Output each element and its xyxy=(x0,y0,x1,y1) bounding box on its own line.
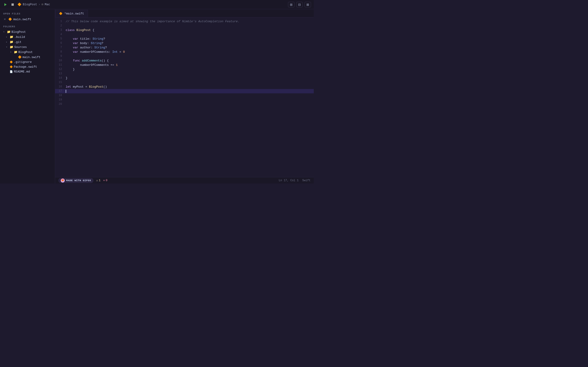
tree-item-label: BlogPost xyxy=(11,30,26,34)
code-content: } xyxy=(65,67,314,72)
svg-rect-1 xyxy=(11,3,14,6)
code-editor[interactable]: 1 // This below code example is aimed at… xyxy=(55,17,314,177)
code-content: var author: String? xyxy=(65,45,314,50)
code-content xyxy=(65,102,314,106)
folder-open-icon: 📁 xyxy=(10,45,13,49)
code-line: 5 var title: String? xyxy=(55,37,314,41)
gitignore-file-icon: 🔶 xyxy=(10,60,13,64)
code-line: 8 var numberOfComments: Int = 0 xyxy=(55,50,314,54)
code-content: } xyxy=(65,76,314,80)
line-number: 8 xyxy=(55,50,65,54)
line-number: 12 xyxy=(55,67,65,72)
chevron-down-icon: ▾ xyxy=(6,46,9,48)
titlebar: 🔶 BlogPost › ⊡ Mac ⊞ ⊟ ⊠ xyxy=(0,0,314,9)
tree-item-sources[interactable]: ▾ 📁 Sources xyxy=(0,44,55,50)
tree-item-sources-blogpost[interactable]: ▾ 📁 BlogPost xyxy=(0,50,55,55)
layout-btn-2[interactable]: ⊟ xyxy=(296,2,303,7)
layout-btn-1[interactable]: ⊞ xyxy=(288,2,294,7)
tree-item-blogpost-root[interactable]: ▾ 📁 BlogPost xyxy=(0,29,55,34)
code-line: 18 xyxy=(55,93,314,98)
layout-btn-3[interactable]: ⊠ xyxy=(304,2,311,7)
line-number: 5 xyxy=(55,37,65,41)
code-content xyxy=(65,54,314,58)
code-content: numberOfComments += 1 xyxy=(65,63,314,67)
warning-icon: ⚠ xyxy=(96,179,98,182)
line-number: 16 xyxy=(55,85,65,89)
titlebar-left: 🔶 BlogPost › ⊡ Mac xyxy=(3,2,50,7)
folder-open-icon: 📁 xyxy=(7,30,10,34)
chevron-right-icon: ▸ xyxy=(6,41,9,43)
code-line: 12 } xyxy=(55,67,314,72)
code-content: var body: String? xyxy=(65,41,314,45)
gifox-badge[interactable]: 🦊 MADE WITH GIFOX xyxy=(58,178,94,183)
tree-item-package-swift[interactable]: 🔶 Package.swift xyxy=(0,65,55,69)
code-line: 15 xyxy=(55,80,314,85)
line-number: 2 xyxy=(55,24,65,28)
close-file-button[interactable]: ✕ xyxy=(3,18,6,21)
tree-item-label: .build xyxy=(14,35,25,39)
code-content: // This below code example is aimed at s… xyxy=(65,19,314,24)
code-content: var numberOfComments: Int = 0 xyxy=(65,50,314,54)
svg-marker-0 xyxy=(4,3,7,6)
line-number: 18 xyxy=(55,93,65,98)
tree-item-label: .git xyxy=(14,40,21,44)
code-line-active: 17 xyxy=(55,89,314,93)
play-button[interactable] xyxy=(3,2,8,7)
line-number: 1 xyxy=(55,19,65,24)
code-content xyxy=(65,80,314,85)
breadcrumb-project[interactable]: BlogPost xyxy=(23,3,37,6)
tree-item-build[interactable]: ▸ 📁 .build xyxy=(0,34,55,40)
tree-item-label: .gitignore xyxy=(14,60,32,64)
tree-item-readme[interactable]: 📄 README.md xyxy=(0,69,55,74)
statusbar: 🦊 MADE WITH GIFOX ⚠ 1 ✕ 0 Ln 17, Col 1 S… xyxy=(55,177,314,184)
breadcrumb-target[interactable]: Mac xyxy=(44,3,50,6)
line-number: 20 xyxy=(55,102,65,106)
tree-item-gitignore[interactable]: 🔶 .gitignore xyxy=(0,60,55,65)
code-content: class BlogPost { xyxy=(65,28,314,32)
main-area: OPEN FILES ✕ 🔶 main.swift FOLDERS ▾ 📁 Bl… xyxy=(0,9,314,184)
code-line: 13 xyxy=(55,72,314,76)
open-file-main-swift[interactable]: ✕ 🔶 main.swift xyxy=(0,17,55,22)
breadcrumb-separator: › xyxy=(38,3,40,6)
code-line: 19 xyxy=(55,98,314,102)
stop-button[interactable] xyxy=(10,2,15,7)
tree-item-label: README.md xyxy=(14,70,30,73)
line-number: 4 xyxy=(55,32,65,37)
gifox-label: MADE WITH GIFOX xyxy=(66,179,91,182)
editor-area: 🔶 *main.swift 1 // This below code examp… xyxy=(55,9,314,184)
code-line: 4 xyxy=(55,32,314,37)
swift-breadcrumb-icon: 🔶 xyxy=(17,2,21,6)
code-line: 10 func addComments() { xyxy=(55,58,314,63)
errors-badge[interactable]: ✕ 0 xyxy=(103,179,107,182)
code-content xyxy=(65,98,314,102)
line-number: 10 xyxy=(55,58,65,63)
swift-file-icon: 🔶 xyxy=(10,65,13,68)
code-content: var title: String? xyxy=(65,37,314,41)
tab-label: *main.swift xyxy=(64,12,84,15)
folder-icon: 📁 xyxy=(10,35,13,39)
code-line: 16 let myPost = BlogPost() xyxy=(55,85,314,89)
chevron-down-icon: ▾ xyxy=(3,31,6,33)
tab-main-swift[interactable]: 🔶 *main.swift xyxy=(55,10,88,17)
tree-item-label: BlogPost xyxy=(18,50,33,54)
errors-count: 0 xyxy=(106,179,107,182)
sidebar: OPEN FILES ✕ 🔶 main.swift FOLDERS ▾ 📁 Bl… xyxy=(0,9,55,184)
tree-item-git[interactable]: ▸ 📁 .git xyxy=(0,40,55,44)
code-content xyxy=(65,24,314,28)
language-indicator[interactable]: Swift xyxy=(302,179,311,182)
code-line: 1 // This below code example is aimed at… xyxy=(55,19,314,24)
gifox-logo: 🦊 xyxy=(61,178,65,183)
line-number: 6 xyxy=(55,41,65,45)
code-line: 6 var body: String? xyxy=(55,41,314,45)
line-number: 7 xyxy=(55,45,65,50)
warnings-badge[interactable]: ⚠ 1 xyxy=(96,179,100,182)
warnings-count: 1 xyxy=(99,179,100,182)
line-number: 9 xyxy=(55,54,65,58)
error-icon: ✕ xyxy=(103,179,105,182)
tree-item-main-swift[interactable]: 🔶 main.swift xyxy=(0,55,55,60)
code-content xyxy=(65,32,314,37)
folders-label: FOLDERS xyxy=(0,22,55,29)
mac-icon: ⊡ xyxy=(42,3,43,6)
breadcrumb: 🔶 BlogPost › ⊡ Mac xyxy=(17,2,50,6)
line-number: 3 xyxy=(55,28,65,32)
